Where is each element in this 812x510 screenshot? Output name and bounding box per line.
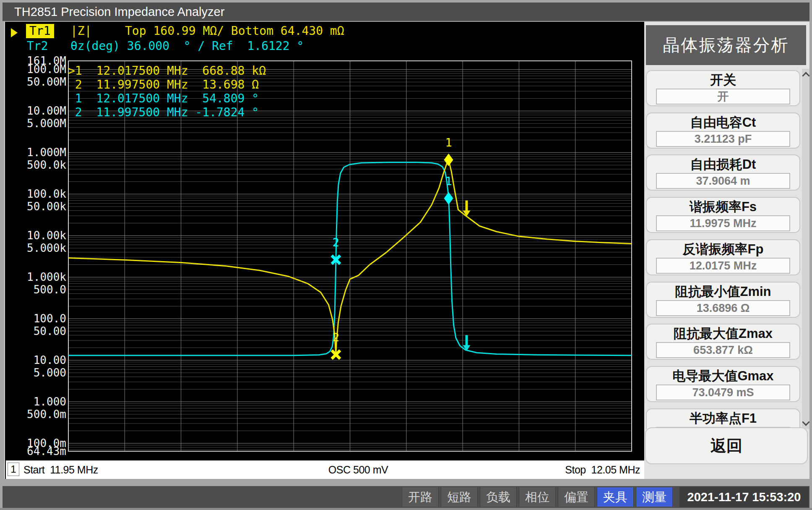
y-axis-label: 1.000k bbox=[5, 272, 66, 282]
trace1-parameter: |Z| bbox=[70, 24, 92, 38]
osc-level-label: OSC 500 mV bbox=[316, 460, 400, 479]
card-title: 自由损耗Dt bbox=[647, 157, 799, 172]
taskbar-button-5[interactable]: 偏置 bbox=[558, 487, 595, 507]
grid bbox=[68, 61, 632, 451]
marker-number-label: 1 bbox=[445, 136, 452, 149]
back-button[interactable]: 返回 bbox=[645, 427, 808, 464]
trace1-scale-text: Top 160.99 MΩ/ Bottom 64.430 mΩ bbox=[125, 24, 344, 38]
taskbar-button-7[interactable]: 测量 bbox=[636, 487, 673, 507]
y-axis-label: 64.43m bbox=[5, 446, 66, 457]
y-axis-label: 5.000 bbox=[5, 367, 66, 378]
y-axis-label: 500.0k bbox=[5, 160, 66, 170]
marker-readout-list: >1 12.017500 MHz 668.88 kΩ 2 11.997500 M… bbox=[68, 64, 266, 119]
y-axis-label: 10.00 bbox=[5, 355, 66, 366]
y-axis-label: 1.000M bbox=[5, 147, 66, 158]
y-axis-label: 50.00M bbox=[5, 76, 66, 87]
card-title: 阻抗最大值Zmax bbox=[647, 326, 799, 341]
marker-readout-line: 2 11.997500 MHz 13.698 Ω bbox=[68, 78, 266, 92]
card-title: 半功率点F1 bbox=[647, 411, 799, 426]
marker-number-label: 1 bbox=[445, 175, 452, 188]
card-title: 电导最大值Gmax bbox=[647, 369, 799, 384]
sweep-status-bar: 1 Start 11.95 MHz OSC 500 mV Stop 12.05 … bbox=[6, 460, 644, 479]
function-panel: 晶体振荡器分析 开关开自由电容Ct3.21123 pF自由损耗Dt37.9064… bbox=[644, 22, 809, 479]
active-trace-arrow-icon bbox=[11, 28, 18, 37]
card-value: 12.0175 MHz bbox=[656, 258, 790, 274]
trace2-name[interactable]: Tr2 bbox=[27, 39, 48, 53]
bottom-strip bbox=[0, 508, 812, 510]
y-axis-label: 100.0 bbox=[5, 313, 66, 324]
taskbar-button-1[interactable]: 开路 bbox=[402, 487, 439, 507]
marker-readout-line: 1 12.017500 MHz 54.809 ° bbox=[68, 92, 266, 105]
bottom-taskbar: 开路短路负载相位偏置夹具测量 2021-11-17 15:53:20 bbox=[3, 486, 809, 508]
marker-readout-line: 2 11.997500 MHz -1.7824 ° bbox=[68, 105, 266, 119]
y-axis-label: 10.00M bbox=[5, 105, 66, 116]
card-title: 阻抗最小值Zmin bbox=[647, 284, 799, 299]
card-value: 开 bbox=[656, 89, 790, 105]
panel-card-2[interactable]: 自由电容Ct3.21123 pF bbox=[646, 112, 800, 149]
y-axis-label: 10.00k bbox=[5, 230, 66, 241]
panel-scrollbar[interactable] bbox=[802, 69, 809, 429]
datetime-display: 2021-11-17 15:53:20 bbox=[679, 487, 809, 507]
instrument-screen: TH2851 Precision Impedance Analyzer 1 21… bbox=[0, 0, 812, 510]
taskbar-button-4[interactable]: 相位 bbox=[519, 487, 556, 507]
y-axis-label: 5.000k bbox=[5, 243, 66, 254]
panel-card-5[interactable]: 反谐振频率Fp12.0175 MHz bbox=[646, 239, 800, 275]
y-axis-label: 500.0 bbox=[5, 284, 66, 295]
panel-card-8[interactable]: 电导最大值Gmax73.0479 mS bbox=[646, 366, 800, 402]
marker-number-label: 2 bbox=[333, 331, 339, 344]
y-axis-label: 50.00 bbox=[5, 326, 66, 337]
card-value: 3.21123 pF bbox=[656, 131, 790, 147]
y-axis-label: 500.0m bbox=[5, 409, 66, 420]
panel-card-list: 开关开自由电容Ct3.21123 pF自由损耗Dt37.9064 m谐振频率Fs… bbox=[644, 69, 802, 429]
card-value: 653.877 kΩ bbox=[656, 342, 790, 358]
sweep-stop-label: Stop 12.05 MHz bbox=[565, 460, 640, 479]
panel-card-1[interactable]: 开关开 bbox=[646, 70, 800, 106]
trace1-name-chip[interactable]: Tr1 bbox=[26, 24, 54, 38]
marker-readout-line: >1 12.017500 MHz 668.88 kΩ bbox=[68, 64, 266, 78]
panel-card-9[interactable]: 半功率点F1 bbox=[646, 408, 800, 429]
panel-card-7[interactable]: 阻抗最大值Zmax653.877 kΩ bbox=[646, 324, 800, 360]
card-title: 反谐振频率Fp bbox=[647, 242, 799, 257]
window-title: TH2851 Precision Impedance Analyzer bbox=[14, 3, 224, 21]
y-axis-label: 100.0M bbox=[5, 64, 66, 75]
card-value: 13.6896 Ω bbox=[656, 300, 790, 316]
y-axis-label: 1.000 bbox=[5, 396, 66, 407]
panel-card-4[interactable]: 谐振频率Fs11.9975 MHz bbox=[646, 197, 800, 233]
y-axis-label: 100.0k bbox=[5, 188, 66, 199]
chart-region: 1 21 2 Tr1 |Z| Top 160.99 MΩ/ Bottom 64.… bbox=[4, 22, 644, 479]
taskbar-buttons: 开路短路负载相位偏置夹具测量 bbox=[400, 487, 673, 507]
sweep-start-label: Start 11.95 MHz bbox=[23, 460, 98, 479]
card-title: 谐振频率Fs bbox=[647, 199, 799, 214]
marker-number-label: 2 bbox=[333, 236, 339, 249]
trace2-scale-text: θz(deg) 36.000 ° / Ref 1.6122 ° bbox=[70, 39, 304, 53]
card-title: 自由电容Ct bbox=[647, 115, 799, 130]
card-title: 开关 bbox=[647, 73, 799, 88]
panel-card-3[interactable]: 自由损耗Dt37.9064 m bbox=[646, 154, 800, 191]
card-value: 37.9064 m bbox=[656, 173, 790, 189]
card-value: 73.0479 mS bbox=[656, 384, 790, 400]
taskbar-button-2[interactable]: 短路 bbox=[441, 487, 478, 507]
taskbar-button-6[interactable]: 夹具 bbox=[597, 487, 634, 507]
panel-title: 晶体振荡器分析 bbox=[646, 25, 806, 65]
chevron-down-icon[interactable] bbox=[802, 418, 809, 426]
y-axis-label: 50.00k bbox=[5, 201, 66, 212]
marker-1-tr1[interactable]: 1 bbox=[444, 136, 453, 166]
card-value: 11.9975 MHz bbox=[656, 215, 790, 231]
panel-card-6[interactable]: 阻抗最小值Zmin13.6896 Ω bbox=[646, 282, 800, 318]
chevron-up-icon[interactable] bbox=[802, 72, 809, 79]
taskbar-button-3[interactable]: 负载 bbox=[480, 487, 517, 507]
channel-indicator: 1 bbox=[8, 463, 19, 476]
marker-1-tr2[interactable]: 1 bbox=[444, 175, 453, 205]
title-bar: TH2851 Precision Impedance Analyzer bbox=[3, 3, 809, 21]
y-axis-label: 5.000M bbox=[5, 118, 66, 129]
